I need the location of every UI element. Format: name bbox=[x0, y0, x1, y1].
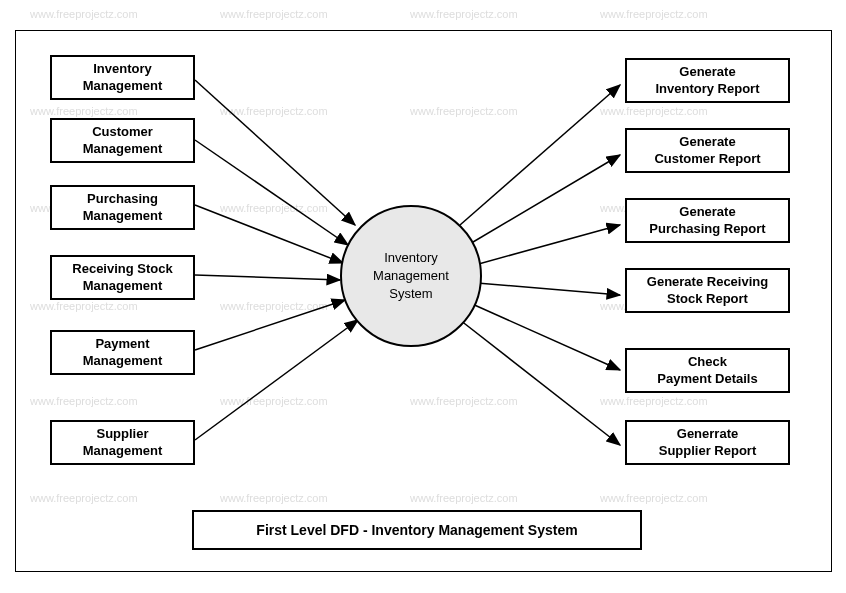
box-label: Receiving Stock Management bbox=[72, 261, 172, 295]
box-label: Customer Management bbox=[83, 124, 162, 158]
center-process-label: Inventory Management System bbox=[373, 249, 449, 304]
input-payment-management: Payment Management bbox=[50, 330, 195, 375]
output-purchasing-report: Generate Purchasing Report bbox=[625, 198, 790, 243]
output-supplier-report: Generrate Supplier Report bbox=[625, 420, 790, 465]
box-label: Payment Management bbox=[83, 336, 162, 370]
watermark: www.freeprojectz.com bbox=[600, 8, 708, 20]
title-text: First Level DFD - Inventory Management S… bbox=[256, 522, 577, 538]
watermark: www.freeprojectz.com bbox=[410, 8, 518, 20]
watermark: www.freeprojectz.com bbox=[30, 8, 138, 20]
diagram-title: First Level DFD - Inventory Management S… bbox=[192, 510, 642, 550]
output-inventory-report: Generate Inventory Report bbox=[625, 58, 790, 103]
box-label: Generrate Supplier Report bbox=[659, 426, 757, 460]
box-label: Inventory Management bbox=[83, 61, 162, 95]
center-process: Inventory Management System bbox=[340, 205, 482, 347]
output-payment-details: Check Payment Details bbox=[625, 348, 790, 393]
input-receiving-stock-management: Receiving Stock Management bbox=[50, 255, 195, 300]
input-supplier-management: Supplier Management bbox=[50, 420, 195, 465]
input-purchasing-management: Purchasing Management bbox=[50, 185, 195, 230]
input-customer-management: Customer Management bbox=[50, 118, 195, 163]
output-receiving-stock-report: Generate Receiving Stock Report bbox=[625, 268, 790, 313]
box-label: Generate Receiving Stock Report bbox=[647, 274, 768, 308]
box-label: Generate Customer Report bbox=[654, 134, 760, 168]
box-label: Generate Inventory Report bbox=[655, 64, 759, 98]
box-label: Generate Purchasing Report bbox=[649, 204, 765, 238]
box-label: Purchasing Management bbox=[83, 191, 162, 225]
input-inventory-management: Inventory Management bbox=[50, 55, 195, 100]
watermark: www.freeprojectz.com bbox=[220, 8, 328, 20]
box-label: Supplier Management bbox=[83, 426, 162, 460]
output-customer-report: Generate Customer Report bbox=[625, 128, 790, 173]
box-label: Check Payment Details bbox=[657, 354, 757, 388]
